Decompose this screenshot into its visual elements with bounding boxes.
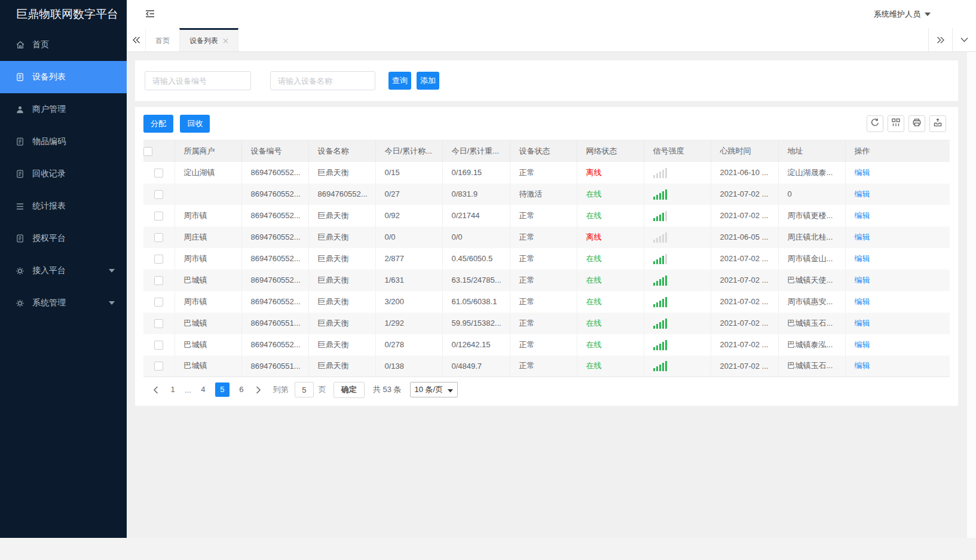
cell-checkbox bbox=[143, 248, 175, 270]
table-row: 周庄镇8694760552...巨鼎天衡0/00/0正常离线2021-06-05… bbox=[143, 227, 950, 248]
edit-link[interactable]: 编辑 bbox=[855, 361, 870, 370]
brand-title: 巨鼎物联网数字平台 bbox=[0, 0, 127, 28]
tab-home[interactable]: 首页 bbox=[146, 28, 179, 51]
sidebar-item-label: 统计报表 bbox=[32, 201, 66, 212]
cell-today_weight: 59.95/15382... bbox=[442, 313, 510, 334]
content-scrollbar[interactable] bbox=[966, 52, 976, 538]
cell-today_count: 0/138 bbox=[375, 356, 442, 377]
signal-strength-icon bbox=[653, 210, 711, 221]
cell-signal bbox=[644, 183, 711, 205]
cell-signal bbox=[644, 291, 711, 313]
cell-address: 周市镇金山... bbox=[778, 248, 845, 270]
table-row: 周市镇8694760552...巨鼎天衡3/20061.05/6038.1正常在… bbox=[143, 291, 950, 313]
page-button-4[interactable]: 4 bbox=[196, 382, 210, 397]
edit-link[interactable]: 编辑 bbox=[855, 189, 870, 198]
page-button-1[interactable]: 1 bbox=[166, 382, 180, 397]
row-checkbox[interactable] bbox=[154, 212, 163, 221]
cell-device_status: 正常 bbox=[510, 356, 577, 377]
row-checkbox[interactable] bbox=[154, 362, 163, 371]
tabs-menu-icon[interactable] bbox=[952, 28, 976, 51]
cell-today_count: 0/15 bbox=[375, 162, 442, 183]
confirm-page-button[interactable]: 确定 bbox=[334, 382, 365, 398]
prev-page-icon[interactable] bbox=[148, 386, 163, 394]
sidebar-item-label: 首页 bbox=[32, 39, 49, 50]
toolbar-columns-button[interactable] bbox=[888, 115, 904, 132]
goto-page-input[interactable] bbox=[295, 382, 314, 397]
sidebar-item-access-platform[interactable]: 接入平台 bbox=[0, 255, 127, 287]
tabs-scroll-left-icon[interactable] bbox=[127, 28, 146, 51]
column-header-today_weight: 今日/累计重... bbox=[442, 140, 510, 162]
network-status-badge: 在线 bbox=[586, 361, 602, 370]
cell-device_status: 正常 bbox=[510, 291, 577, 313]
sidebar-item-home[interactable]: 首页 bbox=[0, 29, 127, 61]
toolbar-refresh-button[interactable] bbox=[867, 115, 883, 132]
tabs-scroll-right-icon[interactable] bbox=[928, 28, 952, 51]
cell-action: 编辑 bbox=[845, 205, 950, 227]
toolbar-print-button[interactable] bbox=[908, 115, 925, 132]
allocate-button[interactable]: 分配 bbox=[143, 115, 173, 133]
home-icon bbox=[15, 40, 25, 50]
sidebar-item-device-list[interactable]: 设备列表 bbox=[0, 61, 127, 93]
caret-down-icon bbox=[109, 301, 115, 305]
row-checkbox[interactable] bbox=[154, 276, 163, 285]
row-checkbox[interactable] bbox=[154, 341, 163, 350]
sidebar-item-authorization-platform[interactable]: 授权平台 bbox=[0, 222, 127, 255]
cell-heartbeat: 2021-07-02 ... bbox=[711, 205, 778, 227]
edit-link[interactable]: 编辑 bbox=[855, 232, 870, 241]
cell-heartbeat: 2021-06-10 ... bbox=[711, 162, 778, 183]
network-status-badge: 在线 bbox=[586, 297, 602, 306]
user-icon bbox=[15, 105, 25, 115]
next-page-icon[interactable] bbox=[251, 386, 266, 394]
add-button[interactable]: 添加 bbox=[417, 72, 439, 90]
column-header-action: 操作 bbox=[845, 140, 950, 162]
sidebar-item-system-management[interactable]: 系统管理 bbox=[0, 287, 127, 319]
cell-device_no: 8694760552... bbox=[241, 334, 308, 356]
page-button-5[interactable]: 5 bbox=[215, 382, 230, 397]
cell-merchant: 周市镇 bbox=[175, 248, 241, 270]
select-all-checkbox[interactable] bbox=[143, 147, 152, 156]
row-checkbox[interactable] bbox=[154, 169, 163, 178]
collapse-sidebar-icon[interactable] bbox=[145, 9, 155, 19]
edit-link[interactable]: 编辑 bbox=[855, 276, 870, 284]
edit-link[interactable]: 编辑 bbox=[855, 168, 870, 177]
cell-today_count: 0/92 bbox=[375, 205, 442, 227]
device-name-input[interactable] bbox=[270, 71, 375, 90]
cell-network_status: 离线 bbox=[577, 227, 644, 248]
cell-device_no: 8694760552... bbox=[241, 162, 308, 183]
edit-link[interactable]: 编辑 bbox=[855, 254, 870, 263]
query-button[interactable]: 查询 bbox=[388, 72, 411, 90]
cell-merchant: 周庄镇 bbox=[175, 227, 241, 248]
edit-link[interactable]: 编辑 bbox=[855, 340, 870, 349]
sidebar-item-merchant-management[interactable]: 商户管理 bbox=[0, 93, 127, 126]
row-checkbox[interactable] bbox=[154, 255, 163, 264]
page-button-6[interactable]: 6 bbox=[234, 382, 249, 397]
docform-icon bbox=[15, 234, 25, 244]
cell-address: 0 bbox=[778, 183, 845, 205]
signal-strength-icon bbox=[653, 253, 711, 264]
device-no-input[interactable] bbox=[145, 71, 251, 90]
sidebar-item-label: 系统管理 bbox=[32, 298, 66, 308]
close-tab-icon[interactable] bbox=[223, 38, 228, 44]
sidebar-item-item-coding[interactable]: 物品编码 bbox=[0, 126, 127, 158]
cell-merchant: 巴城镇 bbox=[175, 356, 241, 377]
toolbar-export-button[interactable] bbox=[929, 115, 946, 132]
row-checkbox[interactable] bbox=[154, 298, 163, 307]
sidebar-item-statistics-report[interactable]: 统计报表 bbox=[0, 190, 127, 222]
edit-link[interactable]: 编辑 bbox=[855, 297, 870, 306]
row-checkbox[interactable] bbox=[154, 319, 163, 328]
tab-device-list[interactable]: 设备列表 bbox=[179, 28, 238, 51]
cell-today_count: 1/631 bbox=[375, 270, 442, 291]
table-row: 巴城镇8694760551...巨鼎天衡0/1380/4849.7正常在线202… bbox=[143, 356, 950, 377]
sidebar-item-recycle-records[interactable]: 回收记录 bbox=[0, 158, 127, 190]
edit-link[interactable]: 编辑 bbox=[855, 211, 870, 220]
cell-action: 编辑 bbox=[845, 334, 950, 356]
page-size-select[interactable]: 10 条/页 bbox=[410, 382, 458, 397]
row-checkbox[interactable] bbox=[154, 233, 163, 242]
cell-device_no: 8694760552... bbox=[241, 227, 308, 248]
edit-link[interactable]: 编辑 bbox=[855, 319, 870, 328]
recycle-button[interactable]: 回收 bbox=[180, 115, 210, 133]
user-menu[interactable]: 系统维护人员 bbox=[874, 0, 931, 28]
signal-strength-icon bbox=[653, 189, 711, 200]
row-checkbox[interactable] bbox=[154, 190, 163, 199]
goto-label: 到第 bbox=[273, 384, 289, 395]
